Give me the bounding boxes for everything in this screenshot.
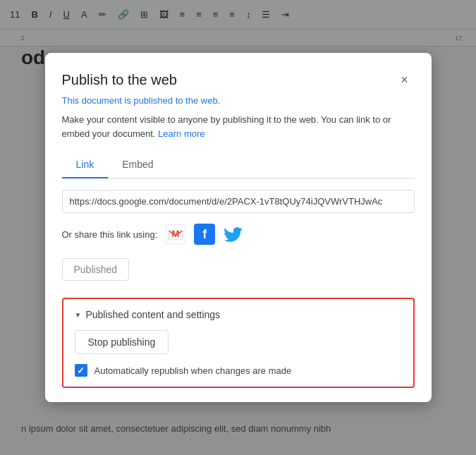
learn-more-link[interactable]: Learn more [158, 128, 205, 139]
facebook-icon: f [202, 224, 207, 245]
published-notice: This document is published to the web. [62, 95, 415, 106]
tab-link[interactable]: Link [62, 152, 109, 178]
collapse-icon: ▼ [75, 311, 82, 319]
modal-overlay: Publish to the web × This document is pu… [0, 0, 476, 455]
published-label: Published [62, 258, 130, 281]
publish-dialog: Publish to the web × This document is pu… [45, 53, 432, 402]
stop-publishing-button[interactable]: Stop publishing [75, 330, 169, 354]
gmail-share-button[interactable]: M [164, 223, 187, 245]
twitter-share-button[interactable] [222, 223, 245, 245]
auto-republish-label: Automatically republish when changes are… [94, 365, 292, 376]
auto-republish-row: ✓ Automatically republish when changes a… [75, 364, 402, 377]
section-title: Published content and settings [85, 309, 220, 320]
share-row: Or share this link using: M f [62, 223, 415, 245]
tab-bar: Link Embed [62, 152, 415, 178]
facebook-share-button[interactable]: f [194, 224, 215, 245]
section-header[interactable]: ▼ Published content and settings [75, 309, 402, 320]
published-status-button: Published [62, 258, 415, 292]
dialog-description-text: Make your content visible to anyone by p… [62, 114, 391, 139]
url-input[interactable] [62, 190, 415, 213]
dialog-header: Publish to the web × [62, 70, 415, 90]
dialog-description: Make your content visible to anyone by p… [62, 113, 415, 140]
close-button[interactable]: × [395, 70, 415, 90]
svg-text:M: M [172, 229, 180, 239]
stop-publishing-row: Stop publishing [75, 330, 402, 364]
dialog-title: Publish to the web [62, 72, 177, 88]
auto-republish-checkbox[interactable]: ✓ [75, 364, 87, 377]
share-label: Or share this link using: [62, 229, 158, 240]
published-content-section: ▼ Published content and settings Stop pu… [62, 298, 415, 388]
checkmark-icon: ✓ [77, 365, 85, 376]
tab-embed[interactable]: Embed [108, 152, 167, 178]
